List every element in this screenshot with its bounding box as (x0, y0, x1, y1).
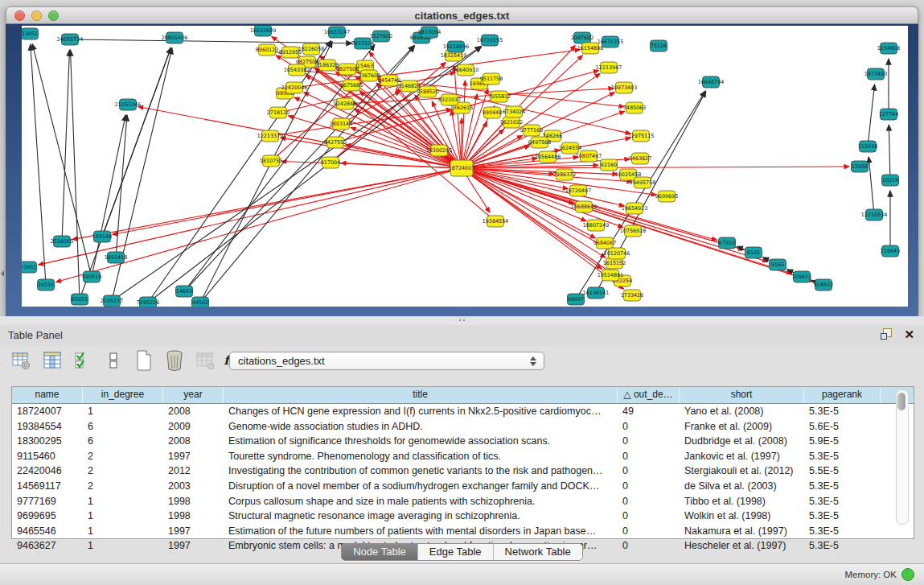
graph-node[interactable]: 18807249 (583, 220, 610, 231)
graph-node[interactable]: 18720407 (565, 185, 592, 196)
table-cell[interactable]: 0 (618, 449, 680, 464)
table-cell[interactable]: 5.3E-5 (804, 449, 881, 464)
graph-node[interactable]: 2087682 (571, 32, 593, 43)
citation-graph[interactable]: 8105916510214146431546315958230512395139… (22, 26, 908, 307)
table-cell[interactable]: Yano et al. (2008) (680, 404, 804, 419)
minimize-window-button[interactable] (31, 10, 42, 21)
table-cell[interactable]: 49 (618, 404, 680, 419)
graph-node[interactable]: 590519 (82, 271, 101, 282)
table-cell[interactable]: 2008 (163, 434, 224, 449)
graph-node[interactable]: 6497568 (528, 137, 551, 148)
tab-network-table[interactable]: Network Table (494, 544, 582, 560)
graph-node[interactable]: 8105 (745, 247, 762, 258)
graph-node[interactable]: 24055724 (57, 34, 84, 45)
table-row[interactable]: 2242004622012Investigating the contribut… (12, 463, 914, 479)
table-cell[interactable]: 9115460 (12, 449, 83, 464)
table-row[interactable]: 1872400712008Changes of HCN gene express… (12, 404, 914, 419)
left-panel-collapse-strip[interactable] (0, 6, 6, 316)
table-cell[interactable]: Jankovic et al. (1997) (680, 449, 804, 464)
table-row[interactable]: 1938455462009Genome-wide association stu… (12, 419, 914, 435)
graph-node[interactable]: 109422 (792, 271, 811, 282)
table-cell[interactable]: 0 (618, 509, 680, 524)
graph-node[interactable]: 21053346 (115, 99, 142, 110)
table-cell[interactable]: 2012 (163, 463, 224, 479)
graph-node[interactable]: 7955812 (488, 91, 511, 102)
graph-node[interactable]: 2718120 (267, 107, 290, 118)
graph-node[interactable]: 18724007 (449, 160, 475, 176)
close-window-button[interactable] (14, 10, 25, 21)
table-cell[interactable]: 1997 (163, 524, 224, 539)
table-cell[interactable]: 2 (83, 463, 163, 479)
graph-node[interactable]: 20891406 (162, 32, 188, 43)
graph-node[interactable]: 12975115 (628, 130, 655, 142)
graph-node[interactable]: 19384554 (483, 216, 509, 227)
graph-node[interactable]: 9827508 (336, 64, 359, 75)
table-cell[interactable]: 5.3E-5 (804, 524, 881, 539)
graph-node[interactable]: 2195237 (101, 295, 123, 307)
table-cell[interactable]: 9777169 (12, 494, 83, 509)
table-cell[interactable]: Structural magnetic resonance image aver… (224, 509, 618, 524)
table-selector-dropdown[interactable]: citations_edges.txt (229, 352, 544, 370)
table-cell[interactable]: 9465546 (12, 524, 83, 539)
table-row[interactable]: 1830029562008Estimation of significance … (12, 434, 914, 449)
table-mode-button[interactable] (11, 350, 32, 371)
table-cell[interactable]: 0 (618, 494, 680, 509)
table-cell[interactable]: de Silva et al. (2003) (680, 479, 804, 494)
show-columns-button[interactable] (42, 350, 63, 371)
table-row[interactable]: 911546021997Tourette syndrome. Phenomeno… (12, 449, 914, 464)
select-columns-button[interactable] (72, 350, 93, 371)
table-cell[interactable]: Tibbo et al. (1998) (680, 494, 804, 509)
graph-node[interactable]: 62160 (601, 159, 618, 171)
graph-node[interactable]: 1675685 (340, 80, 363, 91)
table-cell[interactable]: Genome-wide association studies in ADHD. (224, 419, 618, 435)
table-cell[interactable]: Franke et al. (2009) (680, 419, 804, 435)
column-header-in_degree[interactable]: in_degree (83, 387, 163, 403)
column-header-out_de[interactable]: △ out_de… (618, 387, 680, 403)
graph-node[interactable]: 67919 (719, 237, 736, 249)
graph-node[interactable]: 6734024 (503, 106, 525, 117)
graph-node[interactable]: 10973403 (611, 82, 638, 93)
table-cell[interactable]: 19384554 (12, 419, 83, 435)
graph-node[interactable]: 10756928 (620, 225, 647, 237)
table-cell[interactable]: 2 (83, 479, 163, 494)
row-height-button[interactable] (103, 350, 124, 371)
graph-node[interactable]: 1891418 (105, 252, 127, 263)
graph-node[interactable]: 1154808 (877, 43, 900, 54)
table-cell[interactable]: 2003 (163, 479, 224, 494)
table-row[interactable]: 1456911722003Disruption of a novel membe… (12, 479, 914, 494)
table-cell[interactable]: 5.3E-5 (804, 404, 881, 419)
graph-node[interactable]: 18226058 (298, 43, 325, 55)
table-cell[interactable]: Wolkin et al. (1998) (680, 509, 804, 524)
table-cell[interactable]: 1 (83, 494, 163, 509)
table-cell[interactable]: Estimation of significance thresholds fo… (224, 434, 618, 449)
table-row[interactable]: 969969511998Structural magnetic resonanc… (12, 509, 914, 524)
graph-node[interactable]: 39150 (38, 279, 55, 290)
graph-node[interactable]: 12210534 (861, 209, 888, 220)
zoom-window-button[interactable] (48, 10, 59, 21)
graph-node[interactable]: 189148 (92, 231, 112, 242)
graph-node[interactable]: 9463627 (629, 153, 651, 164)
table-cell[interactable]: 0 (618, 463, 680, 479)
table-cell[interactable]: 1 (83, 509, 163, 524)
table-row[interactable]: 977716911998Corpus callosum shape and si… (12, 494, 914, 509)
table-cell[interactable]: Estimation of the future numbers of pati… (224, 524, 618, 539)
graph-node[interactable]: 10807467 (576, 150, 602, 162)
tab-node-table[interactable]: Node Table (342, 544, 418, 560)
table-cell[interactable]: Stergiakouli et al. (2012) (680, 463, 804, 479)
table-cell[interactable]: 5.3E-5 (804, 509, 881, 524)
graph-node[interactable]: 23051 (22, 28, 39, 39)
table-cell[interactable]: 18300295 (12, 434, 83, 449)
table-cell[interactable]: 22420046 (12, 463, 83, 479)
column-header-title[interactable]: title (224, 387, 618, 403)
graph-node[interactable]: 917004 (321, 157, 340, 168)
graph-node[interactable]: 12213379 (257, 130, 284, 142)
graph-node[interactable]: 1973493 (864, 68, 887, 80)
graph-node[interactable]: 1733426 (621, 290, 643, 301)
table-row[interactable]: 946554611997Estimation of the future num… (12, 524, 914, 539)
graph-node[interactable]: 924502 (814, 279, 833, 290)
table-cell[interactable]: 5.9E-5 (804, 434, 881, 449)
memory-status-dot[interactable] (901, 568, 914, 581)
graph-node[interactable]: 16648794 (698, 76, 725, 88)
graph-node[interactable]: 12213967 (596, 62, 622, 73)
table-cell[interactable]: 18724007 (12, 404, 83, 419)
